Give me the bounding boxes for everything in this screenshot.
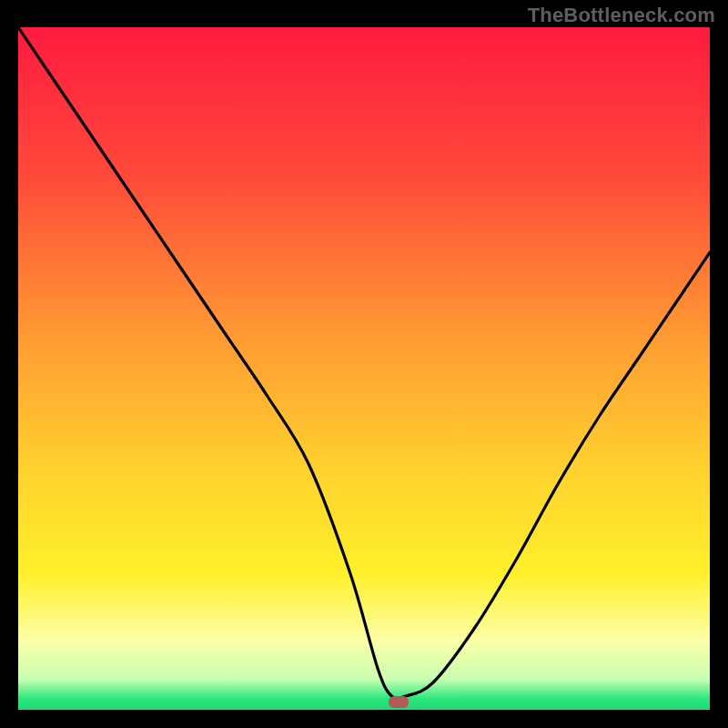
chart-frame: TheBottleneck.com	[0, 0, 728, 728]
chart-svg	[18, 27, 710, 710]
watermark-text: TheBottleneck.com	[528, 4, 715, 27]
gradient-background	[18, 27, 710, 710]
bottleneck-chart	[18, 27, 710, 710]
minimum-marker	[389, 696, 409, 708]
